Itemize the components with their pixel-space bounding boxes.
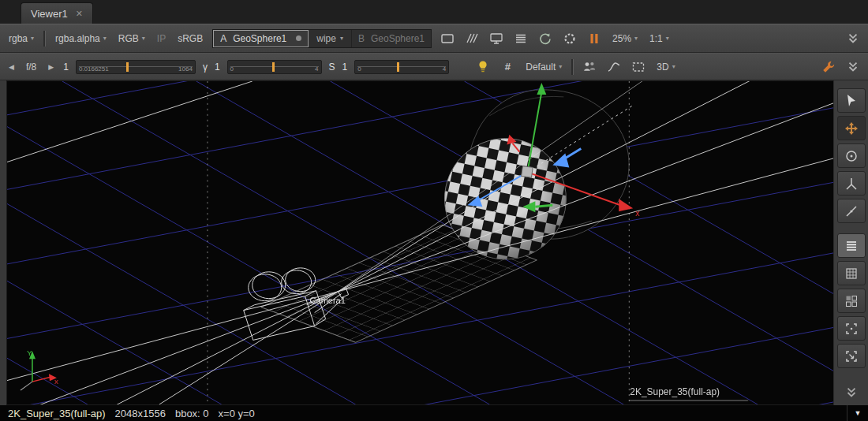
wipe-handle-icon[interactable]	[296, 35, 301, 41]
zoom-label: 25%	[612, 33, 631, 44]
viewport-side-toolbar	[833, 80, 868, 405]
scale-tool[interactable]	[837, 171, 866, 196]
colorspace-label: sRGB	[178, 33, 203, 44]
saturation-max-label: 4	[443, 66, 446, 73]
split-view-button[interactable]	[837, 289, 866, 313]
zoom-dropdown[interactable]: 25% ▾	[610, 32, 640, 46]
frame-all-button[interactable]	[837, 316, 866, 341]
saturation-min-label: 0	[357, 66, 361, 73]
rows-icon	[847, 242, 856, 250]
rotate-tool[interactable]	[837, 143, 866, 168]
input-process-label: IP	[157, 33, 166, 44]
gain-slider[interactable]: 0.0166251 1064	[76, 60, 196, 74]
prev-arrow-icon: ◀	[9, 63, 14, 71]
viewer-toolbar-top: rgba ▾ rgba.alpha ▾ RGB ▾ IP sRGB A GeoS…	[0, 24, 868, 53]
status-bar: 2K_Super_35(full-ap) 2048x1556 bbox: 0 x…	[0, 405, 868, 421]
slider-track	[357, 66, 446, 67]
3d-viewport[interactable]: x Y x Camera1 2K_Super_35(full-ap)	[6, 80, 833, 405]
multi-row-view-button[interactable]	[837, 233, 866, 258]
status-bbox: bbox: 0	[175, 408, 209, 419]
gamma-slider-handle[interactable]	[272, 62, 275, 72]
next-arrow-icon: ▶	[48, 63, 54, 71]
view-mode-label: 3D	[657, 61, 668, 73]
gizmo-center-cube[interactable]	[522, 166, 533, 178]
alpha-channel-dropdown[interactable]: rgba.alpha ▾	[53, 32, 109, 46]
input-b-dropdown[interactable]: B GeoSphere1	[352, 30, 431, 47]
saturation-label: S	[329, 61, 335, 73]
saturation-value[interactable]: 1	[342, 61, 348, 73]
gamma-max-label: 4	[315, 66, 318, 73]
gain-fstop[interactable]: f/8	[24, 60, 39, 74]
people-icon[interactable]	[581, 59, 598, 75]
gain-max-label: 1064	[178, 66, 193, 73]
chevron-double-down-icon[interactable]	[844, 59, 862, 75]
chevron-down-icon: ▾	[559, 64, 562, 70]
saturation-slider[interactable]: 0 4	[354, 60, 449, 74]
status-resolution: 2048x1556	[115, 408, 166, 419]
hatch-icon[interactable]	[463, 31, 481, 47]
saturation-slider-handle[interactable]	[397, 62, 399, 72]
input-process-button[interactable]: IP	[155, 32, 168, 46]
marquee-icon[interactable]	[630, 59, 647, 75]
corner-axis-y-label: Y	[27, 348, 32, 357]
main-area: x Y x Camera1 2K_Super_35(full-ap)	[0, 80, 868, 405]
chevron-down-icon: ▾	[666, 35, 669, 42]
chevron-down-icon: ▾	[672, 64, 675, 70]
translate-tool[interactable]	[837, 116, 866, 140]
input-b-letter: B	[358, 33, 365, 44]
chevron-double-down-icon[interactable]	[844, 31, 862, 47]
chevron-down-icon: ▾	[142, 35, 145, 42]
gizmo-green-handle[interactable]	[535, 205, 552, 207]
dashed-circle-icon[interactable]	[561, 31, 578, 47]
proxy-ratio-dropdown[interactable]: 1:1 ▾	[647, 32, 672, 46]
viewer-tab-label: Viewer1	[31, 8, 68, 20]
gizmo-y-arrowhead[interactable]	[537, 83, 546, 95]
display-mode-dropdown[interactable]: RGB ▾	[116, 32, 148, 46]
select-cursor-tool[interactable]	[837, 88, 866, 113]
gain-prev-button[interactable]: ◀	[6, 61, 17, 73]
frame-outline-icon[interactable]	[439, 31, 456, 47]
view-mode-dropdown[interactable]: 3D ▾	[654, 60, 677, 74]
input-a-value: GeoSphere1	[233, 33, 286, 44]
refresh-icon[interactable]	[537, 31, 554, 47]
gain-slider-handle[interactable]	[126, 62, 129, 72]
camera-label: Camera1	[310, 296, 346, 305]
geosphere-checker[interactable]	[444, 139, 566, 259]
lut-label: Default	[526, 61, 556, 73]
gamma-slider[interactable]: 0 4	[227, 60, 322, 74]
chevron-down-icon: ▾	[340, 35, 343, 42]
status-dropdown-button[interactable]: ▼	[847, 405, 868, 421]
axis-tripod-icon	[847, 178, 856, 189]
gain-next-button[interactable]: ▶	[46, 61, 56, 73]
pause-icon[interactable]	[586, 31, 603, 47]
gain-value[interactable]: 1	[63, 61, 69, 73]
move-arrows-icon	[845, 122, 858, 135]
hash-grid-icon[interactable]: #	[499, 59, 516, 75]
close-icon[interactable]: ✕	[76, 9, 83, 19]
input-a-dropdown[interactable]: A GeoSphere1	[213, 30, 309, 47]
channel-set-dropdown[interactable]: rgba ▾	[6, 32, 36, 46]
viewer-tab[interactable]: Viewer1 ✕	[21, 2, 93, 24]
chevron-down-icon: ▾	[31, 35, 34, 42]
gizmo-x-arrowhead[interactable]	[619, 199, 633, 211]
wrench-icon[interactable]	[820, 59, 837, 75]
nuke-viewer-window: Viewer1 ✕ rgba ▾ rgba.alpha ▾ RGB ▾ IP s…	[0, 0, 868, 421]
wipe-label: wipe	[316, 33, 336, 44]
curve-icon[interactable]	[605, 59, 623, 75]
viewport-format-label: 2K_Super_35(full-ap)	[630, 386, 720, 397]
input-a-letter: A	[220, 33, 226, 44]
light-icon[interactable]	[474, 59, 492, 75]
hash-glyph: #	[505, 61, 511, 73]
monitor-icon[interactable]	[488, 31, 505, 47]
wipe-mode-dropdown[interactable]: wipe ▾	[309, 30, 352, 47]
colorspace-dropdown[interactable]: sRGB	[175, 32, 205, 46]
frame-selection-button[interactable]	[837, 344, 866, 368]
ab-input-group: A GeoSphere1 wipe ▾ B GeoSphere1	[212, 29, 432, 48]
rows-icon[interactable]	[512, 31, 529, 47]
chevron-double-down-icon[interactable]	[843, 385, 860, 401]
joint-tool[interactable]	[837, 199, 866, 223]
grid-view-button[interactable]	[837, 261, 866, 285]
gamma-value[interactable]: 1	[215, 61, 220, 73]
lut-dropdown[interactable]: Default ▾	[523, 60, 564, 74]
3d-scene[interactable]: x Y x Camera1 2K_Super_35(full-ap)	[7, 81, 833, 404]
